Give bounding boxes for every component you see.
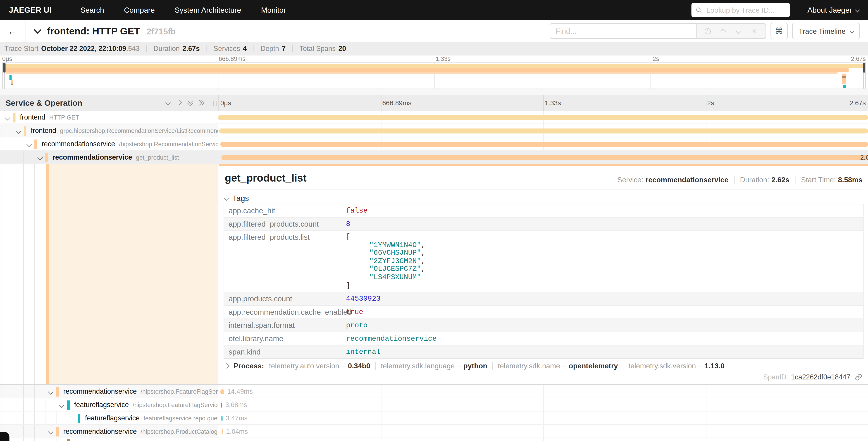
nav-item-search[interactable]: Search — [80, 6, 104, 14]
tags-section-label: Tags — [232, 194, 249, 203]
span-name-cell[interactable]: featureflagservice/hipstershop.FeatureFl… — [0, 398, 218, 411]
row-chevron-icon[interactable] — [5, 115, 10, 120]
tag-row[interactable]: app.recommendation.cache_enabledtrue — [224, 306, 863, 319]
nav-item-system-architecture[interactable]: System Architecture — [175, 6, 241, 14]
span-bar[interactable] — [221, 416, 222, 421]
span-row[interactable]: frontendHTTP GET — [0, 111, 868, 124]
span-timeline-cell[interactable]: 3.68ms — [218, 398, 868, 411]
trace-lookup-input[interactable] — [705, 5, 785, 15]
span-bar[interactable] — [218, 115, 868, 120]
span-timeline-cell[interactable] — [218, 124, 868, 137]
span-bar[interactable] — [219, 128, 868, 133]
collapse-one-icon[interactable] — [165, 100, 170, 106]
next-match-button[interactable] — [734, 26, 744, 36]
row-chevron-icon[interactable] — [48, 389, 54, 394]
span-detail-title: get_product_list — [225, 172, 307, 184]
span-timeline-cell[interactable] — [218, 138, 868, 150]
row-chevron-icon[interactable] — [16, 128, 21, 134]
indent-guide — [2, 412, 2, 424]
trace-header-controls: × ⌘ Trace Timeline — [550, 23, 860, 39]
process-field: telemetry.auto.version=0.34b0 — [269, 361, 370, 370]
span-name-cell[interactable]: recommendationservice/hipstershop.Featur… — [0, 385, 218, 398]
span-duration-label: 1.04ms — [226, 428, 248, 435]
column-resizer[interactable] — [213, 100, 217, 106]
tag-row[interactable]: span.kindinternal — [224, 346, 863, 358]
expand-all-icon[interactable] — [199, 101, 204, 105]
trace-view-selector[interactable]: Trace Timeline — [792, 23, 860, 39]
span-bar[interactable] — [222, 429, 223, 434]
trace-header: ← frontend: HTTP GET 2f715fb × ⌘ Trace T… — [0, 20, 868, 42]
tag-row[interactable]: internal.span.formatproto — [224, 319, 863, 332]
minimap-left-scrubber[interactable] — [4, 63, 4, 89]
span-name-cell[interactable]: frontendgrpc.hipstershop.RecommendationS… — [0, 124, 218, 137]
minimap-span-mark — [11, 84, 13, 85]
span-bar[interactable] — [221, 402, 222, 407]
tick-label: 666.89ms — [219, 56, 245, 62]
focus-match-button[interactable] — [703, 26, 713, 36]
minimap-span-mark — [843, 85, 846, 88]
nav-item-compare[interactable]: Compare — [124, 6, 155, 14]
span-name-cell[interactable]: recommendationserviceget_product_list — [0, 151, 218, 163]
close-icon: × — [752, 27, 757, 35]
tags-section-toggle[interactable]: Tags — [225, 194, 249, 203]
expand-one-icon[interactable] — [176, 100, 182, 106]
row-chevron-icon[interactable] — [48, 429, 54, 435]
span-row[interactable]: recommendationservice/hipstershop.Recomm… — [0, 138, 868, 151]
row-chevron-icon[interactable] — [59, 402, 64, 408]
span-bar[interactable] — [220, 142, 868, 146]
row-chevron-icon[interactable] — [37, 155, 43, 160]
meta-label: Duration: — [740, 176, 769, 184]
nav-item-monitor[interactable]: Monitor — [261, 6, 286, 14]
span-bar[interactable] — [221, 155, 868, 160]
minimap-right-scrubber[interactable] — [864, 63, 864, 89]
about-jaeger-menu[interactable]: About Jaeger — [808, 6, 859, 14]
process-row[interactable]: Process:telemetry.auto.version=0.34b0tel… — [225, 361, 724, 370]
span-id-footer: SpanID: 1ca2262df0e18447 — [763, 373, 862, 381]
trace-lookup-box[interactable] — [691, 3, 790, 17]
span-duration-label: 14.49ms — [227, 388, 253, 395]
span-timeline-cell[interactable]: 2.6 — [218, 151, 868, 163]
clear-find-button[interactable]: × — [749, 26, 760, 36]
tag-row[interactable]: app.cache_hitfalse — [224, 204, 863, 218]
span-name-text: recommendationserviceget_product_list — [53, 151, 218, 163]
span-timeline-cell[interactable]: 3.47ms — [218, 412, 868, 424]
back-button[interactable]: ← — [0, 20, 26, 42]
row-chevron-icon[interactable] — [27, 142, 32, 147]
span-rows-bottom: 14.49msrecommendationservice/hipstershop… — [0, 385, 868, 441]
span-name-text: recommendationservice/hipstershop.Recomm… — [42, 138, 218, 150]
span-row[interactable]: 2.6recommendationserviceget_product_list — [0, 151, 868, 164]
span-row[interactable]: frontendgrpc.hipstershop.RecommendationS… — [0, 124, 868, 138]
span-name-cell[interactable]: frontendHTTP GET — [0, 111, 218, 123]
tag-row[interactable]: otel.library.namerecommendationservice — [224, 332, 863, 346]
scrubber-grip[interactable] — [863, 63, 865, 73]
tag-row[interactable]: app.filtered_products.count8 — [224, 217, 863, 231]
span-name-cell[interactable]: recommendationservice/hipstershop.Produc… — [0, 425, 218, 437]
collapse-trace-chevron-icon[interactable] — [34, 26, 42, 34]
span-row[interactable]: 3.47msfeatureflagservicefeatureflagservi… — [0, 412, 868, 425]
timeline-minimap[interactable] — [2, 62, 866, 89]
collapse-all-icon[interactable] — [188, 100, 192, 106]
tag-value: recommendationservice — [341, 332, 863, 345]
find-input[interactable] — [550, 23, 696, 39]
span-name-cell[interactable]: recommendationservice/hipstershop.Recomm… — [0, 138, 218, 150]
span-bar[interactable] — [220, 389, 224, 394]
scrubber-grip[interactable] — [3, 63, 5, 73]
span-row[interactable]: 3.68msfeatureflagservice/hipstershop.Fea… — [0, 398, 868, 412]
detail-meta-service: Service:recommendationservice — [617, 176, 728, 184]
span-row[interactable]: 1.04msrecommendationservice/hipstershop.… — [0, 425, 868, 438]
meta-value: 8.58ms — [838, 176, 863, 184]
span-timeline-cell[interactable]: 1.04ms — [218, 425, 868, 437]
span-name-cell[interactable]: featureflagservicefeatureflagservice.rep… — [0, 412, 218, 424]
span-row[interactable]: 14.49msrecommendationservice/hipstershop… — [0, 385, 868, 398]
tag-key: app.filtered_products.count — [224, 217, 342, 230]
keyboard-shortcuts-button[interactable]: ⌘ — [771, 23, 788, 39]
app-brand[interactable]: JAEGER UI — [9, 5, 52, 14]
prev-match-button[interactable] — [718, 26, 728, 36]
span-operation-name: /hipstershop.FeatureFlagService/Ge... — [133, 401, 218, 408]
tag-row[interactable]: app.products.count44530923 — [224, 293, 863, 306]
span-timeline-cell[interactable] — [218, 111, 868, 123]
link-icon[interactable] — [855, 373, 862, 381]
span-row-partial[interactable] — [0, 438, 868, 441]
span-timeline-cell[interactable]: 14.49ms — [218, 385, 868, 398]
tag-row[interactable]: app.filtered_products.list["1YMWWN1N4O",… — [224, 231, 863, 293]
